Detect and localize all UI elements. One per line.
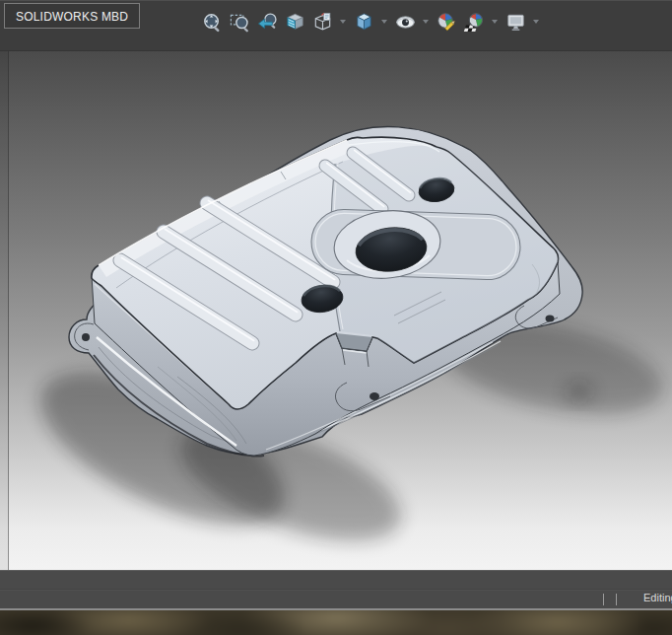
view-settings-dropdown[interactable]	[533, 20, 539, 24]
hide-show-items-button[interactable]	[393, 9, 417, 35]
status-separator	[616, 594, 617, 605]
zoom-to-fit-icon	[201, 11, 224, 34]
heads-up-view-toolbar	[200, 8, 541, 35]
hide-show-items-icon	[394, 11, 417, 34]
top-bar: SOLIDWORKS MBD	[0, 0, 672, 51]
zoom-to-fit-button[interactable]	[200, 9, 224, 35]
view-orientation-button[interactable]	[352, 9, 375, 35]
view-settings-icon	[504, 11, 527, 34]
previous-view-button[interactable]	[255, 9, 279, 35]
desktop-background-texture	[0, 610, 672, 635]
apply-scene-dropdown[interactable]	[492, 20, 498, 24]
view-orientation-dropdown[interactable]	[381, 20, 387, 24]
tab-solidworks-mbd[interactable]: SOLIDWORKS MBD	[4, 3, 140, 29]
view-orientation-icon	[353, 11, 375, 34]
graphics-area[interactable]	[0, 51, 672, 570]
hide-show-items-dropdown[interactable]	[423, 20, 429, 24]
zoom-to-area-icon	[229, 11, 251, 34]
model-fuel-tank-shell[interactable]	[0, 51, 672, 570]
edit-appearance-button[interactable]	[435, 9, 458, 35]
status-bar: Editing	[0, 570, 672, 608]
dynamic-annotation-views-dropdown[interactable]	[340, 20, 346, 24]
edit-appearance-icon	[436, 11, 458, 34]
desktop-background	[0, 610, 672, 635]
apply-scene-icon	[463, 11, 486, 34]
section-view-button[interactable]	[283, 9, 306, 35]
apply-scene-button[interactable]	[462, 9, 486, 35]
solidworks-window: SOLIDWORKS MBD	[0, 0, 672, 635]
ear-hole-bottom	[370, 392, 379, 400]
status-mode-text: Editing	[643, 592, 672, 603]
ear-hole-left	[82, 333, 90, 341]
view-settings-button[interactable]	[504, 9, 527, 35]
dynamic-annotation-views-icon	[311, 11, 334, 34]
section-view-icon	[284, 11, 306, 34]
zoom-to-area-button[interactable]	[228, 9, 251, 35]
status-separator	[603, 594, 604, 605]
dynamic-annotation-views-button[interactable]	[310, 9, 334, 35]
previous-view-icon	[256, 11, 279, 34]
ear-hole-right	[546, 316, 555, 322]
status-bar-seam	[0, 589, 672, 591]
